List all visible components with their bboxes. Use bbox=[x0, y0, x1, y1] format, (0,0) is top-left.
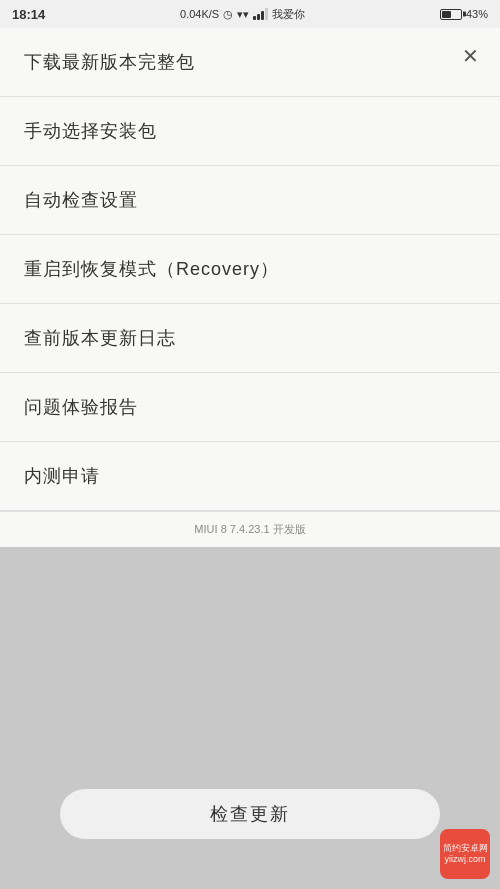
status-bar: 18:14 0.04K/S ◷ ▾▾ 我爱你 43% bbox=[0, 0, 500, 28]
network-speed: 0.04K/S bbox=[180, 8, 219, 20]
menu-item-feedback[interactable]: 问题体验报告 bbox=[0, 373, 500, 442]
signal-bars bbox=[253, 8, 268, 20]
wifi-icon: ▾▾ bbox=[237, 8, 249, 21]
footer-version: MIUI 8 7.4.23.1 开发版 bbox=[0, 511, 500, 547]
clock-icon: ◷ bbox=[223, 8, 233, 21]
check-update-button[interactable]: 检查更新 bbox=[60, 789, 440, 839]
menu-item-download-full[interactable]: 下载最新版本完整包 bbox=[0, 28, 500, 97]
signal-bar-3 bbox=[261, 11, 264, 20]
battery-fill bbox=[442, 11, 451, 18]
status-right: 43% bbox=[440, 8, 488, 20]
menu-item-beta-apply[interactable]: 内测申请 bbox=[0, 442, 500, 511]
watermark: 简约安卓网 yiizwj.com bbox=[440, 829, 490, 879]
battery-icon bbox=[440, 9, 462, 20]
battery-percent: 43% bbox=[466, 8, 488, 20]
menu-panel: ✕ 下载最新版本完整包 手动选择安装包 自动检查设置 重启到恢复模式（Recov… bbox=[0, 28, 500, 547]
menu-item-auto-check[interactable]: 自动检查设置 bbox=[0, 166, 500, 235]
menu-item-changelog[interactable]: 查前版本更新日志 bbox=[0, 304, 500, 373]
status-center: 0.04K/S ◷ ▾▾ 我爱你 bbox=[180, 7, 305, 22]
signal-bar-4 bbox=[265, 8, 268, 20]
close-button[interactable]: ✕ bbox=[456, 42, 484, 70]
status-time: 18:14 bbox=[12, 7, 45, 22]
menu-item-recovery-mode[interactable]: 重启到恢复模式（Recovery） bbox=[0, 235, 500, 304]
signal-bar-1 bbox=[253, 16, 256, 20]
gray-background bbox=[0, 609, 500, 889]
menu-item-manual-install[interactable]: 手动选择安装包 bbox=[0, 97, 500, 166]
signal-bar-2 bbox=[257, 14, 260, 20]
carrier-label: 我爱你 bbox=[272, 7, 305, 22]
